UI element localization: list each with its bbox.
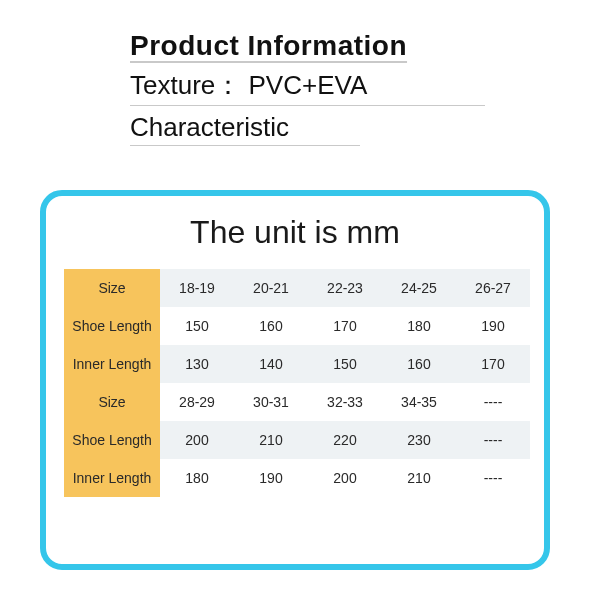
cell: 18-19 <box>160 269 234 307</box>
cell: 190 <box>234 459 308 497</box>
cell: 180 <box>382 307 456 345</box>
cell: 150 <box>160 307 234 345</box>
table-row: Inner Length 130 140 150 160 170 <box>64 345 530 383</box>
cell: ---- <box>456 383 530 421</box>
row-header-shoe-length: Shoe Length <box>64 307 160 345</box>
product-info-block: Product Information Texture： PVC+EVA Cha… <box>130 30 500 146</box>
row-header-inner-length: Inner Length <box>64 345 160 383</box>
cell: 200 <box>160 421 234 459</box>
texture-line: Texture： PVC+EVA <box>130 68 485 106</box>
cell: 22-23 <box>308 269 382 307</box>
table-row: Shoe Length 200 210 220 230 ---- <box>64 421 530 459</box>
row-header-size: Size <box>64 269 160 307</box>
cell: 24-25 <box>382 269 456 307</box>
cell: 150 <box>308 345 382 383</box>
cell: 180 <box>160 459 234 497</box>
cell: 190 <box>456 307 530 345</box>
table-row: Shoe Length 150 160 170 180 190 <box>64 307 530 345</box>
cell: 30-31 <box>234 383 308 421</box>
cell: 210 <box>234 421 308 459</box>
cell: 220 <box>308 421 382 459</box>
cell: 26-27 <box>456 269 530 307</box>
row-header-shoe-length: Shoe Length <box>64 421 160 459</box>
cell: 200 <box>308 459 382 497</box>
table-row: Size 28-29 30-31 32-33 34-35 ---- <box>64 383 530 421</box>
table-row: Inner Length 180 190 200 210 ---- <box>64 459 530 497</box>
cell: 140 <box>234 345 308 383</box>
cell: 20-21 <box>234 269 308 307</box>
size-table: Size 18-19 20-21 22-23 24-25 26-27 Shoe … <box>64 269 530 497</box>
cell: 160 <box>234 307 308 345</box>
cell: ---- <box>456 421 530 459</box>
row-header-inner-length: Inner Length <box>64 459 160 497</box>
cell: 170 <box>456 345 530 383</box>
product-info-title: Product Information <box>130 30 500 62</box>
cell: 160 <box>382 345 456 383</box>
size-chart: The unit is mm Size 18-19 20-21 22-23 24… <box>40 190 550 570</box>
cell: 34-35 <box>382 383 456 421</box>
cell: 230 <box>382 421 456 459</box>
cell: 130 <box>160 345 234 383</box>
cell: 28-29 <box>160 383 234 421</box>
cell: ---- <box>456 459 530 497</box>
characteristic-label: Characteristic <box>130 112 360 146</box>
cell: 210 <box>382 459 456 497</box>
page: Product Information Texture： PVC+EVA Cha… <box>0 0 600 600</box>
chart-title: The unit is mm <box>64 214 526 251</box>
table-row: Size 18-19 20-21 22-23 24-25 26-27 <box>64 269 530 307</box>
row-header-size: Size <box>64 383 160 421</box>
cell: 32-33 <box>308 383 382 421</box>
cell: 170 <box>308 307 382 345</box>
